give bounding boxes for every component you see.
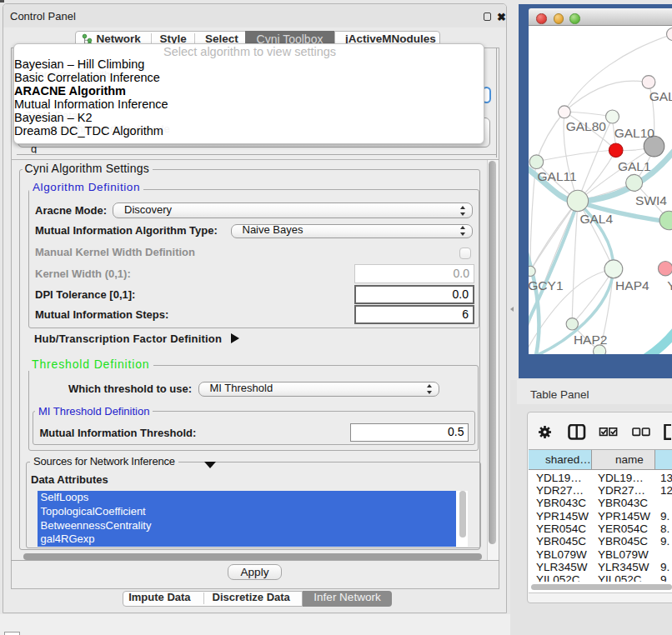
svg-text:GCY1: GCY1 bbox=[529, 278, 564, 292]
svg-text:SWI4: SWI4 bbox=[635, 192, 667, 207]
svg-text:GAL4: GAL4 bbox=[579, 211, 613, 225]
svg-text:GAL10: GAL10 bbox=[614, 125, 655, 139]
svg-text:GAL: GAL bbox=[649, 89, 672, 103]
svg-text:HAP2: HAP2 bbox=[574, 332, 608, 346]
svg-text:YI: YI bbox=[667, 278, 672, 292]
svg-text:GAL1: GAL1 bbox=[618, 158, 651, 172]
svg-text:GAL80: GAL80 bbox=[566, 119, 607, 133]
svg-text:HAP4: HAP4 bbox=[615, 278, 649, 292]
svg-text:GAL11: GAL11 bbox=[538, 168, 577, 182]
